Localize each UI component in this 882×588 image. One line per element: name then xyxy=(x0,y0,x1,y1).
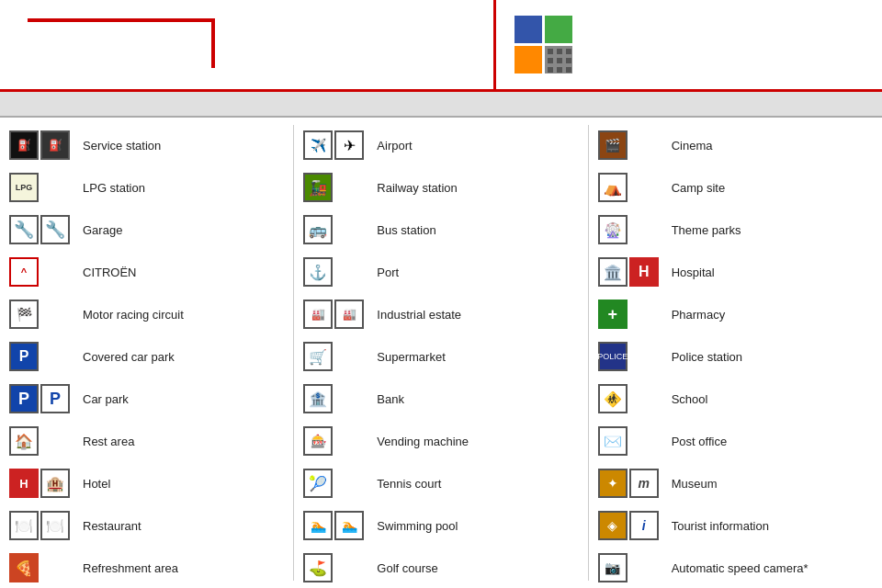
poi-label: Motor racing circuit xyxy=(83,308,184,322)
post-office-icon: ✉️ xyxy=(598,426,628,456)
poi-label: Cinema xyxy=(672,139,713,153)
airport-icon-1: ✈️ xyxy=(303,130,333,160)
hospital-icon-2: H xyxy=(629,257,659,287)
camp-icon: ⛺ xyxy=(598,173,628,202)
garage-icon-2: 🔧 xyxy=(40,215,70,244)
poi-label: Rest area xyxy=(83,435,134,448)
list-item: 📷 Automatic speed camera* xyxy=(598,551,873,584)
poi-icon-group: ◈ i xyxy=(598,511,664,540)
poi-icon-group: 🎬 xyxy=(598,130,664,160)
swim-icon-1: 🏊 xyxy=(303,511,333,540)
poi-label: Tennis court xyxy=(377,477,441,491)
museum-icon-1: ✦ xyxy=(598,469,628,498)
list-item: 🚂 Railway station xyxy=(303,171,578,204)
citroen-icon: ^ xyxy=(9,257,39,287)
poi-label: Railway station xyxy=(377,181,457,195)
list-item: 🏭 🏭 Industrial estate xyxy=(303,298,578,331)
restaurant-icon-2: 🍽️ xyxy=(40,511,70,540)
poi-label: Bus station xyxy=(377,223,435,237)
poi-label: Camp site xyxy=(672,181,726,195)
poi-label: Car park xyxy=(83,392,129,406)
poi-label: Museum xyxy=(672,477,718,491)
poi-label: Pharmacy xyxy=(672,308,726,322)
poi-icon-group: ^ xyxy=(9,257,75,287)
list-item: ✉️ Post office xyxy=(598,424,873,458)
poi-icon-group: 🍽️ 🍽️ xyxy=(9,511,75,540)
feature-icon-grid xyxy=(514,16,572,74)
poi-icon-group: 🚂 xyxy=(303,173,369,202)
lpg-icon: LPG xyxy=(9,173,39,202)
list-item: ⛺ Camp site xyxy=(598,171,873,204)
hotel-icon-1: H xyxy=(9,469,39,498)
poi-label: Automatic speed camera* xyxy=(672,561,808,575)
poi-icon-group: + xyxy=(598,300,664,329)
poi-icon-group: ⛺ xyxy=(598,173,664,202)
grid-cell-dots xyxy=(545,46,572,74)
poi-label: School xyxy=(672,392,708,406)
list-item: ⛽ ⛽ Service station xyxy=(9,129,284,162)
tourist-icon-2: i xyxy=(629,511,659,540)
list-item: 🏦 Bank xyxy=(303,382,578,415)
covered-park-icon: P xyxy=(9,342,39,371)
poi-label: Airport xyxy=(377,139,412,153)
cinema-icon: 🎬 xyxy=(598,130,628,160)
poi-icon-group: ✈️ ✈ xyxy=(303,130,369,160)
poi-icon-group: 🎰 xyxy=(303,426,369,456)
speed-cam-icon: 📷 xyxy=(598,553,628,582)
list-item: 🎾 Tennis court xyxy=(303,467,578,500)
poi-icon-group: 🚸 xyxy=(598,384,664,413)
poi-label: Supermarket xyxy=(377,350,445,364)
poi-label: Port xyxy=(377,266,399,279)
poi-icon-group: LPG xyxy=(9,173,75,202)
poi-label: Police station xyxy=(672,350,742,364)
list-item: ◈ i Tourist information xyxy=(598,509,873,542)
poi-icon-group: 🚌 xyxy=(303,215,369,244)
list-item: H 🏨 Hotel xyxy=(9,467,284,500)
poi-icon-group: ⛽ ⛽ xyxy=(9,130,75,160)
industrial-icon-1: 🏭 xyxy=(303,300,333,329)
poi-icon-group: 🏛️ H xyxy=(598,257,664,287)
poi-icon-group: POLICE xyxy=(598,342,664,371)
tennis-icon: 🎾 xyxy=(303,469,333,498)
pharmacy-icon: + xyxy=(598,300,628,329)
service-station-icon-2: ⛽ xyxy=(40,130,70,160)
list-item: 🏁 Motor racing circuit xyxy=(9,298,284,331)
grid-cell-blue xyxy=(514,16,542,43)
list-item: 🍽️ 🍽️ Restaurant xyxy=(9,509,284,542)
poi-label: LPG station xyxy=(83,181,145,195)
railway-icon: 🚂 xyxy=(303,173,333,202)
poi-icon-group: 🏦 xyxy=(303,384,369,413)
poi-icon-group: 📷 xyxy=(598,553,664,582)
poi-icon-group: 🎾 xyxy=(303,469,369,498)
poi-icon-group: 🎡 xyxy=(598,215,664,244)
poi-label: Hospital xyxy=(672,266,715,279)
theme-parks-icon: 🎡 xyxy=(598,215,628,244)
bank-icon: 🏦 xyxy=(303,384,333,413)
bus-icon: 🚌 xyxy=(303,215,333,244)
car-park-icon-2: P xyxy=(40,384,70,413)
poi-icon-group: P P xyxy=(9,384,75,413)
poi-label: Bank xyxy=(377,392,404,406)
list-item: ✦ m Museum xyxy=(598,467,873,500)
list-item: 🏠 Rest area xyxy=(9,424,284,458)
poi-label: Post office xyxy=(672,435,727,448)
golf-icon: ⛳ xyxy=(303,553,333,582)
poi-label: Industrial estate xyxy=(377,308,461,322)
service-station-icon-1: ⛽ xyxy=(9,130,39,160)
restaurant-icon-1: 🍽️ xyxy=(9,511,39,540)
list-item: P P Car park xyxy=(9,382,284,415)
poi-label: Refreshment area xyxy=(83,561,178,575)
poi-label: Swimming pool xyxy=(377,519,458,533)
list-item: 🎬 Cinema xyxy=(598,129,873,162)
poi-icon-group: 🔧 🔧 xyxy=(9,215,75,244)
industrial-icon-2: 🏭 xyxy=(334,300,364,329)
poi-icon-group: ✦ m xyxy=(598,469,664,498)
list-item: 🍕 Refreshment area xyxy=(9,551,284,584)
rest-area-icon: 🏠 xyxy=(9,426,39,456)
poi-label: Restaurant xyxy=(83,519,141,533)
poi-label: Service station xyxy=(83,139,161,153)
racing-icon: 🏁 xyxy=(9,300,39,329)
sub-header-bar xyxy=(0,92,882,118)
poi-label: CITROËN xyxy=(83,266,137,279)
poi-icon-group: P xyxy=(9,342,75,371)
